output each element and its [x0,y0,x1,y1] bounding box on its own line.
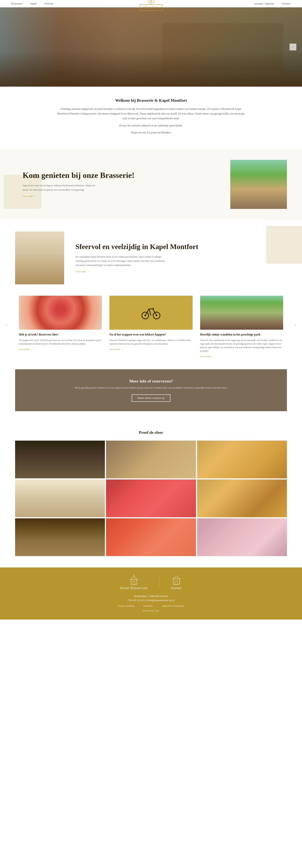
brasserie-title: Kom genieten bij onze Brasserie! [23,171,223,180]
sfeer-image-5 [106,479,196,517]
cards-prev-button[interactable]: ‹ [4,322,10,328]
sfeer-image-7 [15,518,105,556]
cta-button[interactable]: Neem direct contact op [132,394,170,402]
hutten-icon [172,575,181,585]
cards-next-button[interactable]: › [292,322,298,328]
footer-logos: Groot Bijstervelt Hutten [15,575,287,590]
sfeer-section: Proef de sfeer [0,423,302,567]
brasserie-section: Kom genieten bij onze Brasserie! Stap ui… [0,149,302,220]
svg-rect-6 [131,580,137,584]
sfeer-grid [15,441,287,556]
card-3-lees-verder[interactable]: Lees verder [200,355,283,358]
bicycle-icon [141,305,160,320]
svg-point-7 [134,575,134,576]
nav-historie[interactable]: Historie [44,2,54,5]
nav-kapel[interactable]: Kapel [30,2,37,5]
sfeer-image-3 [197,441,287,478]
kapel-image-inner [15,231,64,284]
card-3-title: Heerlijk stukje wandelen in het prachtig… [200,333,283,337]
hero-overlay [0,7,302,87]
footer-link-disclaimer[interactable]: Disclaimer [143,605,153,608]
footer-logo-groot: Groot Bijstervelt [120,575,148,590]
svg-rect-8 [133,582,135,584]
sfeer-image-2 [106,441,196,478]
food-image [19,296,102,330]
footer-logo-hutten: Hutten [171,575,182,590]
card-2-lees-verder[interactable]: Lees verder [109,348,192,351]
kapel-title: Sfeervol en veelzijdig in Kapel Montfort [75,243,287,251]
navigation: Brasserie Kapel Historie Montfort Actuee… [0,0,302,7]
card-1-body: We mogen weer open! Vanaf 28 april staat… [19,339,102,346]
nav-agenda[interactable]: Actueel / Agenda [254,2,274,5]
footer-kvk: Montfort NV 2021 [15,610,287,612]
svg-rect-0 [150,0,152,2]
welcome-tagline1: Ervaar het culinaire ambacht en de uitbu… [57,123,245,128]
logo-text: Montfort [140,4,162,11]
card-2-image [109,296,192,330]
hutten-logo-text: Hutten [171,586,182,590]
kapel-content: Sfeervol en veelzijdig in Kapel Montfort… [72,243,287,273]
svg-point-4 [144,315,146,316]
footer-link-sep1: – [138,605,140,608]
footer-address-line2: T 06 441 20 232 | E info@brasseriemont f… [15,598,287,603]
logo-icon [148,0,155,4]
kapel-image [15,231,64,284]
kapel-lees-verder[interactable]: Lees verder [75,270,287,273]
card-3: Heerlijk stukje wandelen in het prachtig… [196,296,287,358]
site-logo[interactable]: Montfort [140,0,162,11]
sfeer-image-9 [197,518,287,556]
sfeer-title: Proef de sfeer [15,430,287,435]
brasserie-body: Stap uit de waan van de dag en onthaast … [23,183,98,192]
footer: Groot Bijstervelt Hutten Montfortlaan 7,… [0,567,302,619]
footer-address-line1: Montfortlaan 7, 5688 NM Oirschot [15,594,287,598]
card-2: Na al het trappen even wat lekkers happe… [106,296,196,358]
sfeer-image-6 [197,479,287,517]
footer-link-privacy[interactable]: Privacy verklaring [118,605,134,608]
footer-links: Privacy verklaring – Disclaimer – Algeme… [15,605,287,608]
card-1-image [19,296,102,330]
card-1-lees-verder[interactable]: Lees verder [19,348,102,351]
footer-link-sep2: – [157,605,158,608]
hero-next-button[interactable]: › [290,43,296,51]
card-1: Heb je al trek? Reserveer hier! We mogen… [15,296,106,358]
welcome-title: Welkom bij Brasserie & Kapel Montfort [57,98,245,103]
sfeer-image-8 [106,518,196,556]
brasserie-lees-verder[interactable]: Lees verder [23,195,223,198]
card-1-title: Heb je al trek? Reserveer hier! [19,333,102,337]
nav-links-right: Actueel / Agenda Contact [254,2,291,5]
svg-rect-11 [175,581,178,584]
brasserie-image [230,160,287,209]
card-3-image [200,296,283,330]
chapel-image [200,296,283,330]
kapel-body: De veelzijdige Kapel Montfort heeft al e… [75,255,166,267]
brasserie-image-inner [230,160,287,209]
cards-section: ‹ Heb je al trek? Reserveer hier! We mog… [0,296,302,369]
welcome-tagline2: Vergeet de tijd. En geniet bij Montfort. [57,130,245,135]
cta-banner: Meer info of reserveren? Wil je gezellig… [15,369,287,411]
groot-bijstervelt-icon [129,575,139,585]
cta-title: Meer info of reserveren? [53,379,249,383]
nav-brasserie[interactable]: Brasserie [11,2,23,5]
welcome-body: Sommige plaatsen nodigen uit om jezelf h… [57,106,245,121]
nav-contact[interactable]: Contact [281,2,291,5]
svg-point-5 [156,315,157,316]
footer-address: Montfortlaan 7, 5688 NM Oirschot T 06 44… [15,594,287,602]
brasserie-content: Kom genieten bij onze Brasserie! Stap ui… [15,171,223,197]
cta-body: Wil je gezellig komen lunchen in of een … [53,386,249,390]
kapel-section: Sfeervol en veelzijdig in Kapel Montfort… [0,220,302,296]
sfeer-image-4 [15,479,105,517]
footer-link-voorwaarden[interactable]: Algemene voorwaarden [162,605,184,608]
groot-logo-text: Groot Bijstervelt [120,586,148,590]
card-3-body: Naast de vele wandelroutes in de omgevin… [200,339,283,353]
sfeer-image-1 [15,441,105,478]
welcome-section: Welkom bij Brasserie & Kapel Montfort So… [0,87,302,149]
card-2-body: Brasserie Montfort is gelegen langs vele… [109,339,192,346]
svg-rect-10 [173,579,179,584]
nav-links-left: Brasserie Kapel Historie [11,2,54,5]
card-2-title: Na al het trappen even wat lekkers happe… [109,333,192,337]
hero-section: › [0,7,302,87]
